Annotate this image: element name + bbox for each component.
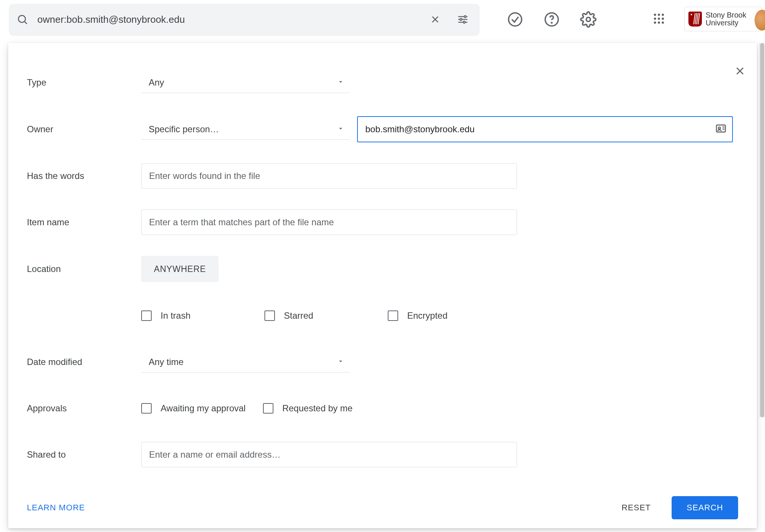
svg-point-26 [718,127,720,129]
starred-checkbox[interactable]: Starred [264,310,388,321]
svg-point-13 [586,18,591,22]
owner-dropdown-value: Specific person… [149,124,219,134]
item-name-label: Item name [27,217,141,228]
svg-point-18 [658,18,660,20]
close-panel-button[interactable] [731,62,749,81]
reset-button[interactable]: RESET [622,503,651,513]
svg-point-12 [551,22,552,23]
brand-line2: University [706,19,746,27]
help-icon[interactable] [543,11,560,28]
date-modified-dropdown[interactable]: Any time [141,352,350,372]
svg-point-16 [662,14,664,16]
search-bar [9,4,480,35]
owner-label: Owner [27,124,141,134]
search-icon[interactable] [16,13,28,25]
header-actions [507,4,597,35]
svg-point-7 [464,16,466,18]
svg-point-17 [654,18,656,20]
contact-card-icon[interactable] [715,123,727,136]
type-label: Type [27,77,141,88]
svg-point-14 [654,14,656,16]
in-trash-label: In trash [161,310,191,321]
svg-point-21 [658,22,660,24]
svg-line-1 [25,22,27,24]
type-dropdown[interactable]: Any [141,72,350,93]
item-name-input[interactable] [141,210,517,235]
svg-point-20 [654,22,656,24]
brand-line1: Stony Brook [706,11,746,19]
svg-point-15 [658,14,660,16]
approvals-label: Approvals [27,403,141,414]
search-options-icon[interactable] [453,10,472,29]
svg-point-0 [18,15,25,22]
advanced-search-panel: Type Any Owner Specific person… [8,43,757,528]
has-words-input[interactable] [141,163,517,189]
svg-point-8 [460,19,462,21]
shared-to-input[interactable] [141,442,517,467]
awaiting-approval-label: Awaiting my approval [161,403,246,414]
learn-more-link[interactable]: LEARN MORE [27,503,85,513]
awaiting-approval-checkbox[interactable]: Awaiting my approval [141,403,246,414]
svg-point-22 [662,22,664,24]
has-words-label: Has the words [27,171,141,181]
date-modified-value: Any time [149,357,183,367]
svg-point-9 [463,21,465,23]
shared-to-label: Shared to [27,449,141,460]
starred-label: Starred [284,310,313,321]
search-button[interactable]: SEARCH [672,496,738,519]
location-chip[interactable]: ANYWHERE [141,256,219,282]
search-input[interactable] [37,14,417,25]
brand-shield-icon [688,12,702,27]
clear-search-button[interactable] [426,10,445,29]
owner-email-input[interactable] [357,116,733,142]
panel-scrollbar[interactable] [759,43,765,417]
encrypted-checkbox[interactable]: Encrypted [388,310,447,321]
requested-by-me-checkbox[interactable]: Requested by me [263,403,353,414]
requested-by-me-label: Requested by me [282,403,353,414]
chevron-down-icon [337,78,344,87]
location-label: Location [27,264,141,274]
org-brand-badge[interactable]: Stony Brook University [684,7,762,31]
chevron-down-icon [337,125,344,134]
date-modified-label: Date modified [27,357,141,367]
type-dropdown-value: Any [149,77,164,88]
in-trash-checkbox[interactable]: In trash [141,310,264,321]
apps-grid-icon[interactable] [652,12,666,27]
chevron-down-icon [337,358,344,366]
owner-dropdown[interactable]: Specific person… [141,119,350,140]
encrypted-label: Encrypted [407,310,447,321]
svg-point-10 [509,13,522,26]
settings-icon[interactable] [580,11,597,28]
svg-point-19 [662,18,664,20]
offline-ready-icon[interactable] [507,11,524,28]
